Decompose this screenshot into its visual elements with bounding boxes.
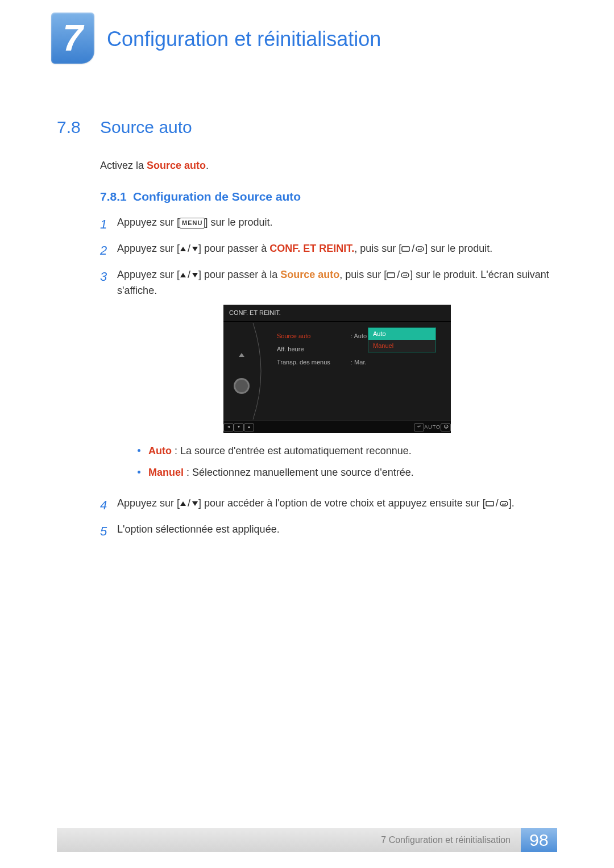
svg-rect-3 xyxy=(416,247,424,251)
bullet-list: Auto : La source d'entrée est automatiqu… xyxy=(138,443,557,481)
step-number: 3 xyxy=(100,267,117,286)
text: ] sur le produit. xyxy=(425,243,492,254)
text: ] sur le produit. xyxy=(205,217,272,228)
page-header: 7 Configuration et réinitialisation xyxy=(0,0,614,64)
left-arrow-icon: ◂ xyxy=(223,423,234,431)
text: Appuyez sur [ xyxy=(117,243,180,254)
svg-rect-13 xyxy=(500,501,508,506)
subsection-heading: 7.8.1 Configuration de Source auto xyxy=(100,190,557,203)
bullet-item: Auto : La source d'entrée est automatiqu… xyxy=(138,443,557,459)
text: L'option sélectionnée est appliquée. xyxy=(117,524,280,535)
osd-row-value: : Auto xyxy=(351,331,367,341)
svg-marker-4 xyxy=(418,249,419,251)
step-1: 1 Appuyez sur [MENU] sur le produit. xyxy=(100,215,557,234)
step-body: Appuyez sur [/] pour accéder à l'option … xyxy=(117,496,557,512)
osd-row-label: Aff. heure xyxy=(277,344,351,354)
bullet-em: Manuel xyxy=(148,467,184,478)
footer-bar: 7 Configuration et réinitialisation xyxy=(57,828,521,852)
osd-popup: Auto Manuel xyxy=(368,327,436,352)
text: Appuyez sur [ xyxy=(117,217,180,228)
bullet-item: Manuel : Sélectionnez manuellement une s… xyxy=(138,465,557,481)
step-number: 4 xyxy=(100,496,117,515)
step-2: 2 Appuyez sur [/] pour passer à CONF. ET… xyxy=(100,241,557,260)
gear-icon xyxy=(235,380,248,392)
step-5: 5 L'option sélectionnée est appliquée. xyxy=(100,522,557,541)
bullet-text: : Sélectionnez manuellement une source d… xyxy=(184,467,414,478)
step-3: 3 Appuyez sur [/] pour passer à la Sourc… xyxy=(100,267,557,489)
chapter-title: Configuration et réinitialisation xyxy=(107,13,381,51)
steps-list: 1 Appuyez sur [MENU] sur le produit. 2 A… xyxy=(100,215,557,541)
up-down-arrow-icon: / xyxy=(180,267,198,283)
svg-marker-0 xyxy=(180,247,186,251)
osd-bottom-bar: ◂ ▾ ▴ ↵ AUTO ⏻ xyxy=(223,421,451,433)
osd-list: Source auto : Auto Aff. heure Transp. de… xyxy=(260,322,451,418)
text: ] pour passer à xyxy=(198,243,269,254)
step-body: L'option sélectionnée est appliquée. xyxy=(117,522,557,538)
up-down-arrow-icon: / xyxy=(180,496,198,512)
section-number: 7.8 xyxy=(57,118,100,137)
bullet-text: : La source d'entrée est automatiquement… xyxy=(172,445,412,456)
bullet-dot-icon xyxy=(138,471,140,474)
text: ]. xyxy=(509,497,515,509)
auto-label: AUTO xyxy=(424,423,441,431)
osd-popup-item: Manuel xyxy=(368,340,435,352)
text: , puis sur [ xyxy=(339,269,387,280)
svg-rect-2 xyxy=(402,247,409,251)
intro-pre: Activez la xyxy=(100,160,147,171)
content-area: 7.8 Source auto Activez la Source auto. … xyxy=(0,64,614,541)
up-down-arrow-icon: / xyxy=(180,241,198,257)
text: , puis sur [ xyxy=(354,243,401,254)
emphasis: CONF. ET REINIT. xyxy=(269,243,354,254)
footer-text: 7 Configuration et réinitialisation xyxy=(381,835,511,845)
intro-post: . xyxy=(206,160,209,171)
down-arrow-icon: ▾ xyxy=(234,423,244,431)
bullet-dot-icon xyxy=(138,449,140,452)
step-body: Appuyez sur [MENU] sur le produit. xyxy=(117,215,557,231)
section-heading: 7.8 Source auto xyxy=(57,118,557,137)
osd-row: Transp. des menus : Mar. xyxy=(277,356,445,369)
svg-marker-9 xyxy=(403,275,404,277)
section-title: Source auto xyxy=(100,118,192,137)
osd-popup-item-selected: Auto xyxy=(368,328,435,340)
text: Appuyez sur [ xyxy=(117,269,180,280)
svg-rect-12 xyxy=(486,501,493,506)
bullet-em: Auto xyxy=(148,445,172,456)
step-body: Appuyez sur [/] pour passer à CONF. ET R… xyxy=(117,241,557,257)
svg-marker-10 xyxy=(180,501,186,506)
chapter-number-badge: 7 xyxy=(51,13,94,64)
up-arrow-icon xyxy=(239,353,244,357)
text: Appuyez sur [ xyxy=(117,497,180,509)
subsection-title: Configuration de Source auto xyxy=(133,190,301,203)
svg-rect-8 xyxy=(401,273,409,277)
step-number: 5 xyxy=(100,522,117,541)
svg-marker-14 xyxy=(502,503,503,505)
up-arrow-icon: ▴ xyxy=(244,423,254,431)
emphasis: Source auto xyxy=(280,269,339,280)
rect-return-icon: / xyxy=(401,241,425,257)
step-number: 1 xyxy=(100,215,117,234)
svg-marker-11 xyxy=(192,501,198,506)
svg-rect-7 xyxy=(387,273,395,277)
step-body: Appuyez sur [/] pour passer à la Source … xyxy=(117,267,557,489)
page-footer: 7 Configuration et réinitialisation 98 xyxy=(0,828,614,852)
svg-marker-5 xyxy=(180,273,186,277)
text: ] pour accéder à l'option de votre choix… xyxy=(198,497,486,509)
osd-row-value: : Mar. xyxy=(351,358,367,367)
intro-em: Source auto xyxy=(147,160,206,171)
rect-return-icon: / xyxy=(486,496,509,512)
menu-button-glyph: MENU xyxy=(180,218,205,229)
rect-return-icon: / xyxy=(387,267,410,283)
intro-text: Activez la Source auto. xyxy=(100,160,557,172)
subsection-number: 7.8.1 xyxy=(100,190,133,203)
svg-marker-1 xyxy=(192,247,198,251)
page-number: 98 xyxy=(521,828,557,852)
text: ] pour passer à la xyxy=(198,269,280,280)
enter-icon: ↵ xyxy=(414,423,424,431)
osd-row-label: Source auto xyxy=(277,331,351,341)
osd-screenshot: CONF. ET REINIT. Source auto : A xyxy=(223,305,451,433)
svg-marker-6 xyxy=(192,273,198,277)
step-4: 4 Appuyez sur [/] pour accéder à l'optio… xyxy=(100,496,557,515)
step-number: 2 xyxy=(100,241,117,260)
osd-row-label: Transp. des menus xyxy=(277,358,351,367)
osd-title: CONF. ET REINIT. xyxy=(223,305,451,322)
